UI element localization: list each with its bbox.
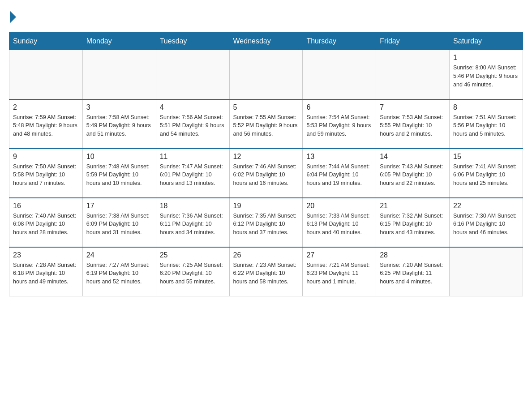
- calendar-cell: 27Sunrise: 7:21 AM Sunset: 6:23 PM Dayli…: [303, 247, 376, 296]
- day-info: Sunrise: 7:27 AM Sunset: 6:19 PM Dayligh…: [86, 261, 152, 286]
- day-number: 9: [13, 153, 79, 161]
- weekday-header-tuesday: Tuesday: [156, 33, 229, 50]
- weekday-header-wednesday: Wednesday: [229, 33, 303, 50]
- day-number: 15: [453, 153, 519, 161]
- day-number: 7: [380, 103, 446, 111]
- day-number: 3: [86, 103, 152, 111]
- day-info: Sunrise: 7:54 AM Sunset: 5:53 PM Dayligh…: [306, 113, 372, 138]
- calendar-cell: 15Sunrise: 7:41 AM Sunset: 6:06 PM Dayli…: [450, 149, 523, 198]
- day-info: Sunrise: 7:47 AM Sunset: 6:01 PM Dayligh…: [160, 163, 226, 188]
- weekday-header-sunday: Sunday: [9, 33, 83, 50]
- day-info: Sunrise: 7:23 AM Sunset: 6:22 PM Dayligh…: [233, 261, 299, 286]
- day-number: 2: [13, 103, 79, 111]
- calendar-cell: 18Sunrise: 7:36 AM Sunset: 6:11 PM Dayli…: [156, 198, 229, 247]
- day-number: 4: [160, 103, 226, 111]
- calendar-cell: 11Sunrise: 7:47 AM Sunset: 6:01 PM Dayli…: [156, 149, 229, 198]
- logo: [9, 9, 16, 23]
- calendar-cell: 12Sunrise: 7:46 AM Sunset: 6:02 PM Dayli…: [229, 149, 303, 198]
- day-number: 12: [233, 153, 299, 161]
- day-info: Sunrise: 7:55 AM Sunset: 5:52 PM Dayligh…: [233, 113, 299, 138]
- logo-arrow-icon: [10, 11, 16, 23]
- calendar-cell: 16Sunrise: 7:40 AM Sunset: 6:08 PM Dayli…: [9, 198, 83, 247]
- day-info: Sunrise: 7:20 AM Sunset: 6:25 PM Dayligh…: [380, 261, 446, 286]
- calendar-cell: 4Sunrise: 7:56 AM Sunset: 5:51 PM Daylig…: [156, 99, 229, 149]
- day-number: 27: [306, 251, 372, 259]
- day-number: 18: [160, 202, 226, 210]
- calendar-week-2: 2Sunrise: 7:59 AM Sunset: 5:48 PM Daylig…: [9, 99, 523, 149]
- day-info: Sunrise: 7:28 AM Sunset: 6:18 PM Dayligh…: [13, 261, 79, 286]
- day-info: Sunrise: 7:38 AM Sunset: 6:09 PM Dayligh…: [86, 212, 152, 237]
- day-info: Sunrise: 7:50 AM Sunset: 5:58 PM Dayligh…: [13, 163, 79, 188]
- calendar-cell: [376, 50, 450, 99]
- weekday-header-monday: Monday: [82, 33, 156, 50]
- calendar-cell: 14Sunrise: 7:43 AM Sunset: 6:05 PM Dayli…: [376, 149, 450, 198]
- day-info: Sunrise: 7:25 AM Sunset: 6:20 PM Dayligh…: [160, 261, 226, 286]
- day-info: Sunrise: 7:59 AM Sunset: 5:48 PM Dayligh…: [13, 113, 79, 138]
- day-info: Sunrise: 7:40 AM Sunset: 6:08 PM Dayligh…: [13, 212, 79, 237]
- calendar-cell: 10Sunrise: 7:48 AM Sunset: 5:59 PM Dayli…: [82, 149, 156, 198]
- calendar-table: SundayMondayTuesdayWednesdayThursdayFrid…: [9, 32, 523, 296]
- day-number: 1: [453, 54, 519, 62]
- calendar-cell: 1Sunrise: 8:00 AM Sunset: 5:46 PM Daylig…: [450, 50, 523, 99]
- calendar-week-3: 9Sunrise: 7:50 AM Sunset: 5:58 PM Daylig…: [9, 149, 523, 198]
- calendar-cell: 8Sunrise: 7:51 AM Sunset: 5:56 PM Daylig…: [450, 99, 523, 149]
- day-number: 13: [306, 153, 372, 161]
- weekday-header-friday: Friday: [376, 33, 450, 50]
- calendar-cell: 7Sunrise: 7:53 AM Sunset: 5:55 PM Daylig…: [376, 99, 450, 149]
- calendar-week-5: 23Sunrise: 7:28 AM Sunset: 6:18 PM Dayli…: [9, 247, 523, 296]
- day-info: Sunrise: 7:35 AM Sunset: 6:12 PM Dayligh…: [233, 212, 299, 237]
- day-number: 20: [306, 202, 372, 210]
- day-info: Sunrise: 7:33 AM Sunset: 6:13 PM Dayligh…: [306, 212, 372, 237]
- day-number: 25: [160, 251, 226, 259]
- day-info: Sunrise: 7:30 AM Sunset: 6:16 PM Dayligh…: [453, 212, 519, 237]
- day-number: 16: [13, 202, 79, 210]
- day-info: Sunrise: 7:41 AM Sunset: 6:06 PM Dayligh…: [453, 163, 519, 188]
- calendar-cell: 21Sunrise: 7:32 AM Sunset: 6:15 PM Dayli…: [376, 198, 450, 247]
- day-number: 17: [86, 202, 152, 210]
- day-number: 21: [380, 202, 446, 210]
- day-info: Sunrise: 7:58 AM Sunset: 5:49 PM Dayligh…: [86, 113, 152, 138]
- day-info: Sunrise: 7:21 AM Sunset: 6:23 PM Dayligh…: [306, 261, 372, 286]
- calendar-cell: 3Sunrise: 7:58 AM Sunset: 5:49 PM Daylig…: [82, 99, 156, 149]
- calendar-cell: 23Sunrise: 7:28 AM Sunset: 6:18 PM Dayli…: [9, 247, 83, 296]
- day-number: 14: [380, 153, 446, 161]
- weekday-header-saturday: Saturday: [450, 33, 523, 50]
- page-header: [9, 9, 523, 23]
- day-info: Sunrise: 7:51 AM Sunset: 5:56 PM Dayligh…: [453, 113, 519, 138]
- calendar-cell: 22Sunrise: 7:30 AM Sunset: 6:16 PM Dayli…: [450, 198, 523, 247]
- day-info: Sunrise: 7:36 AM Sunset: 6:11 PM Dayligh…: [160, 212, 226, 237]
- day-number: 6: [306, 103, 372, 111]
- calendar-cell: 2Sunrise: 7:59 AM Sunset: 5:48 PM Daylig…: [9, 99, 83, 149]
- calendar-cell: 6Sunrise: 7:54 AM Sunset: 5:53 PM Daylig…: [303, 99, 376, 149]
- day-number: 22: [453, 202, 519, 210]
- calendar-week-1: 1Sunrise: 8:00 AM Sunset: 5:46 PM Daylig…: [9, 50, 523, 99]
- calendar-cell: 26Sunrise: 7:23 AM Sunset: 6:22 PM Dayli…: [229, 247, 303, 296]
- calendar-cell: [229, 50, 303, 99]
- weekday-header-row: SundayMondayTuesdayWednesdayThursdayFrid…: [9, 33, 523, 50]
- calendar-cell: 9Sunrise: 7:50 AM Sunset: 5:58 PM Daylig…: [9, 149, 83, 198]
- calendar-cell: 20Sunrise: 7:33 AM Sunset: 6:13 PM Dayli…: [303, 198, 376, 247]
- calendar-cell: [303, 50, 376, 99]
- day-info: Sunrise: 7:32 AM Sunset: 6:15 PM Dayligh…: [380, 212, 446, 237]
- calendar-cell: 28Sunrise: 7:20 AM Sunset: 6:25 PM Dayli…: [376, 247, 450, 296]
- day-number: 8: [453, 103, 519, 111]
- day-number: 23: [13, 251, 79, 259]
- day-number: 5: [233, 103, 299, 111]
- calendar-cell: 17Sunrise: 7:38 AM Sunset: 6:09 PM Dayli…: [82, 198, 156, 247]
- calendar-cell: [9, 50, 83, 99]
- calendar-cell: [156, 50, 229, 99]
- day-number: 10: [86, 153, 152, 161]
- day-info: Sunrise: 7:53 AM Sunset: 5:55 PM Dayligh…: [380, 113, 446, 138]
- calendar-cell: 19Sunrise: 7:35 AM Sunset: 6:12 PM Dayli…: [229, 198, 303, 247]
- calendar-cell: 13Sunrise: 7:44 AM Sunset: 6:04 PM Dayli…: [303, 149, 376, 198]
- day-info: Sunrise: 7:46 AM Sunset: 6:02 PM Dayligh…: [233, 163, 299, 188]
- day-number: 19: [233, 202, 299, 210]
- calendar-cell: [450, 247, 523, 296]
- day-info: Sunrise: 7:48 AM Sunset: 5:59 PM Dayligh…: [86, 163, 152, 188]
- day-info: Sunrise: 8:00 AM Sunset: 5:46 PM Dayligh…: [453, 64, 519, 89]
- calendar-cell: 5Sunrise: 7:55 AM Sunset: 5:52 PM Daylig…: [229, 99, 303, 149]
- day-number: 11: [160, 153, 226, 161]
- calendar-week-4: 16Sunrise: 7:40 AM Sunset: 6:08 PM Dayli…: [9, 198, 523, 247]
- day-info: Sunrise: 7:43 AM Sunset: 6:05 PM Dayligh…: [380, 163, 446, 188]
- calendar-cell: 25Sunrise: 7:25 AM Sunset: 6:20 PM Dayli…: [156, 247, 229, 296]
